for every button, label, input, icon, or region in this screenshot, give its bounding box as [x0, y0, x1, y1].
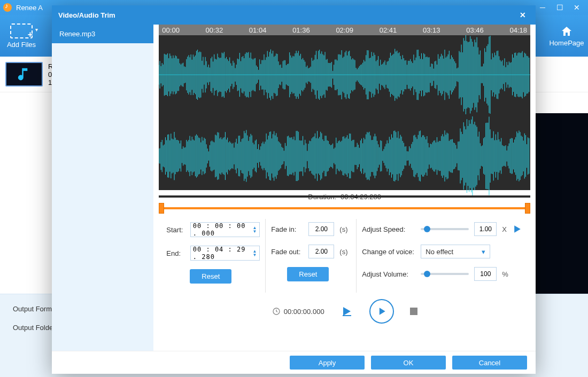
speed-slider[interactable]	[421, 228, 469, 230]
chevron-down-icon: ▾	[482, 248, 485, 256]
voice-label: Change of voice:	[362, 248, 415, 256]
fade-reset-button[interactable]: Reset	[287, 267, 329, 281]
timeline-ruler[interactable]: 00:00 00:32 01:04 01:36 02:09 02:41 03:1…	[159, 25, 530, 35]
fadeout-input[interactable]	[308, 245, 334, 258]
add-files-button[interactable]: Add Files	[0, 15, 43, 57]
dialog-title: Video/Audio Trim	[58, 11, 115, 19]
homepage-label: HomePage	[549, 39, 584, 47]
trim-track	[162, 207, 527, 209]
fadein-input[interactable]	[308, 222, 334, 236]
add-files-label: Add Files	[7, 41, 36, 49]
music-note-icon	[16, 66, 32, 82]
trim-handle-start[interactable]	[159, 203, 164, 214]
dialog-titlebar: Video/Audio Trim ✕	[52, 5, 536, 25]
waveform-area[interactable]	[159, 35, 530, 190]
start-label: Start:	[166, 226, 184, 234]
add-files-icon	[10, 23, 33, 38]
playback-time: 00:00:00.000	[272, 307, 324, 316]
voice-value: No effect	[425, 248, 453, 256]
sidebar-item-file[interactable]: Renee.mp3	[52, 25, 153, 43]
play-icon	[376, 306, 387, 317]
window-maximize-button[interactable]: ☐	[552, 2, 568, 13]
volume-label: Adjust Volume:	[362, 270, 415, 278]
end-time-input[interactable]: 00 : 04 : 29 . 280 ▲▼	[190, 246, 260, 261]
trim-reset-button[interactable]: Reset	[190, 269, 231, 284]
speed-value-input[interactable]	[474, 222, 497, 236]
fadeout-unit: (s)	[339, 248, 347, 256]
play-button[interactable]	[369, 299, 394, 324]
volume-slider[interactable]	[421, 273, 469, 275]
transport-controls: 00:00:00.000	[159, 293, 530, 330]
end-label: End:	[166, 249, 184, 257]
trim-range-bar[interactable]	[159, 203, 530, 214]
fadeout-label: Fade out:	[271, 248, 303, 256]
clock-icon	[272, 307, 281, 316]
preview-panel	[535, 113, 588, 316]
window-minimize-button[interactable]: ─	[535, 2, 551, 13]
stop-button[interactable]	[410, 308, 417, 315]
app-title: Renee A	[16, 4, 43, 12]
apply-button[interactable]: Apply	[290, 356, 365, 370]
volume-value-input[interactable]	[474, 267, 497, 281]
voice-select[interactable]: No effect ▾	[421, 245, 490, 258]
start-time-input[interactable]: 00 : 00 : 00 . 000 ▲▼	[190, 222, 260, 237]
trim-handle-end[interactable]	[525, 203, 530, 214]
dialog-sidebar: Renee.mp3	[52, 25, 153, 351]
fadein-label: Fade in:	[271, 225, 303, 233]
start-down-icon[interactable]: ▼	[252, 230, 257, 233]
speed-label: Adjust Speed:	[362, 225, 415, 233]
volume-unit: %	[502, 270, 508, 278]
waveform-right	[159, 116, 530, 198]
dialog-close-button[interactable]: ✕	[516, 9, 529, 21]
speed-unit: X	[502, 225, 507, 233]
fadein-unit: (s)	[339, 225, 347, 233]
speed-play-icon[interactable]	[512, 224, 523, 234]
svg-rect-672	[343, 315, 351, 316]
trim-dialog: Video/Audio Trim ✕ Renee.mp3 00:00 00:32…	[52, 5, 536, 374]
export-play-icon[interactable]	[341, 305, 353, 318]
waveform-left	[159, 35, 530, 116]
cancel-button[interactable]: Cancel	[452, 356, 527, 370]
app-logo-icon	[3, 3, 12, 12]
window-close-button[interactable]: ✕	[569, 2, 585, 13]
homepage-button[interactable]: HomePage	[545, 15, 588, 57]
ok-button[interactable]: OK	[371, 356, 446, 370]
end-down-icon[interactable]: ▼	[252, 253, 257, 257]
dialog-footer: Apply OK Cancel	[52, 351, 536, 374]
home-icon	[560, 25, 573, 38]
file-thumb	[5, 62, 43, 87]
